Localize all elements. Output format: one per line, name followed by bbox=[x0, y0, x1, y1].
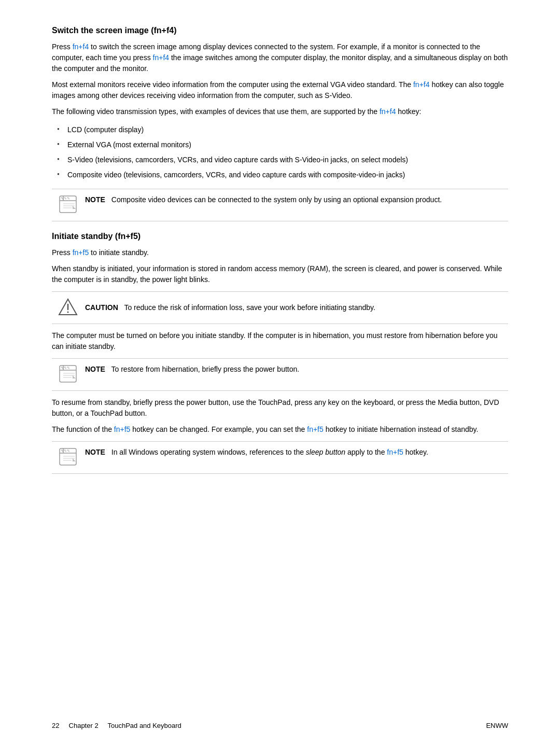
section1-bullet-list: LCD (computer display) External VGA (mos… bbox=[52, 122, 508, 182]
note-icon: ✎✎✎ bbox=[58, 194, 78, 216]
section2-para4: To resume from standby, briefly press th… bbox=[52, 397, 508, 419]
svg-point-9 bbox=[67, 312, 69, 313]
section2-para1: Press fn+f5 to initiate standby. bbox=[52, 247, 508, 258]
hotkey-fn-f5-2: fn+f5 bbox=[114, 425, 131, 433]
list-item: LCD (computer display) bbox=[52, 122, 508, 137]
note-text-composite: NOTE Composite video devices can be conn… bbox=[85, 194, 442, 205]
note-sleep-button: ✎✎✎ NOTE In all Windows operating system… bbox=[52, 441, 508, 474]
footer-chapter-title: TouchPad and Keyboard bbox=[107, 722, 181, 729]
list-item: External VGA (most external monitors) bbox=[52, 137, 508, 152]
hotkey-fn-f5-3: fn+f5 bbox=[307, 425, 324, 433]
hotkey-fn-f5-1: fn+f5 bbox=[73, 248, 89, 257]
note-composite-video: ✎✎✎ NOTE Composite video devices can be … bbox=[52, 189, 508, 221]
section2-para5: The function of the fn+f5 hotkey can be … bbox=[52, 424, 508, 435]
hotkey-fn-f4-3: fn+f4 bbox=[413, 80, 430, 89]
svg-text:✎✎✎: ✎✎✎ bbox=[61, 366, 70, 370]
section2-para3: The computer must be turned on before yo… bbox=[52, 330, 508, 352]
caution-icon bbox=[58, 297, 78, 318]
list-item: S-Video (televisions, camcorders, VCRs, … bbox=[52, 152, 508, 167]
note-hibernation-restore: ✎✎✎ NOTE To restore from hibernation, br… bbox=[52, 358, 508, 391]
caution-text: CAUTION To reduce the risk of informatio… bbox=[85, 302, 375, 313]
hotkey-fn-f4-2: fn+f4 bbox=[153, 53, 170, 62]
sleep-button-italic: sleep button bbox=[306, 448, 345, 456]
list-item: Composite video (televisions, camcorders… bbox=[52, 167, 508, 182]
section1-heading: Switch the screen image (fn+f4) bbox=[52, 26, 508, 35]
note-label-3: NOTE bbox=[85, 448, 105, 456]
note-content-2: To restore from hibernation, briefly pre… bbox=[111, 365, 300, 373]
footer-left: 22 Chapter 2 TouchPad and Keyboard bbox=[52, 722, 181, 729]
hotkey-fn-f4-1: fn+f4 bbox=[73, 43, 89, 51]
hotkey-fn-f5-4: fn+f5 bbox=[387, 448, 403, 456]
note-label: NOTE bbox=[85, 195, 105, 204]
svg-text:✎✎✎: ✎✎✎ bbox=[61, 449, 70, 453]
note-label-2: NOTE bbox=[85, 365, 105, 373]
note-icon-2: ✎✎✎ bbox=[58, 364, 78, 385]
note-icon-3: ✎✎✎ bbox=[58, 447, 78, 468]
section1-para3: The following video transmission types, … bbox=[52, 106, 508, 117]
hotkey-fn-f4-4: fn+f4 bbox=[380, 107, 396, 116]
caution-box: CAUTION To reduce the risk of informatio… bbox=[52, 291, 508, 324]
caution-label: CAUTION bbox=[85, 303, 118, 312]
note-content: Composite video devices can be connected… bbox=[111, 195, 442, 204]
section-initiate-standby: Initiate standby (fn+f5) Press fn+f5 to … bbox=[52, 232, 508, 474]
footer-chapter: Chapter 2 bbox=[69, 722, 99, 729]
footer-page-number: 22 bbox=[52, 722, 59, 729]
section2-para2: When standby is initiated, your informat… bbox=[52, 263, 508, 285]
footer-locale: ENWW bbox=[486, 722, 508, 729]
page-footer: 22 Chapter 2 TouchPad and Keyboard ENWW bbox=[52, 722, 508, 729]
note-text-sleep: NOTE In all Windows operating system win… bbox=[85, 447, 428, 458]
section-switch-screen: Switch the screen image (fn+f4) Press fn… bbox=[52, 26, 508, 221]
section1-para2: Most external monitors receive video inf… bbox=[52, 79, 508, 101]
section1-para1: Press fn+f4 to switch the screen image a… bbox=[52, 41, 508, 74]
section2-heading: Initiate standby (fn+f5) bbox=[52, 232, 508, 241]
note-text-restore: NOTE To restore from hibernation, briefl… bbox=[85, 364, 299, 375]
caution-content: To reduce the risk of information loss, … bbox=[124, 303, 375, 312]
svg-text:✎✎✎: ✎✎✎ bbox=[61, 196, 70, 200]
page: Switch the screen image (fn+f4) Press fn… bbox=[0, 0, 560, 745]
